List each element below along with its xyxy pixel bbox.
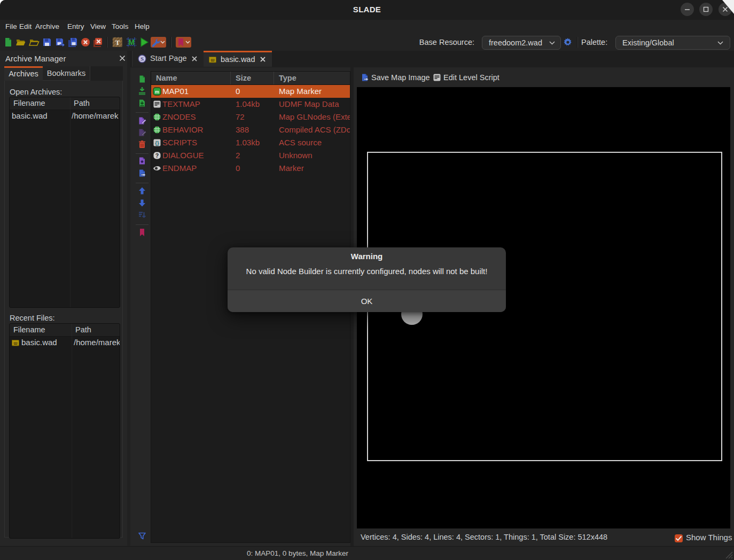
slade-window: SLADE File Edit Archive Entry View Tools… <box>0 0 734 560</box>
save-as-button[interactable] <box>54 37 65 48</box>
column-divider <box>70 97 71 307</box>
close-all-icon <box>92 37 103 48</box>
svg-text:S: S <box>140 56 144 62</box>
column-header-name[interactable]: Name <box>156 72 177 84</box>
save-archive-button[interactable] <box>42 37 52 48</box>
map-stats-bar: Vertices: 4, Sides: 4, Lines: 4, Sectors… <box>354 528 734 546</box>
palette-dropdown[interactable]: Existing/Global <box>615 36 730 50</box>
entry-type: UDMF Map Data <box>279 98 350 111</box>
new-archive-icon <box>3 37 13 48</box>
new-archive-button[interactable] <box>3 37 13 48</box>
tab-archives[interactable]: Archives <box>4 66 43 81</box>
menu-archive[interactable]: Archive <box>35 20 59 34</box>
run-archive-button[interactable] <box>139 37 150 48</box>
minimize-button[interactable] <box>681 3 694 16</box>
open-archive-row[interactable]: basic.wad /home/marek <box>10 110 120 122</box>
close-icon <box>118 53 127 63</box>
export-entry-button[interactable] <box>138 169 146 177</box>
column-divider <box>274 72 274 84</box>
move-down-button[interactable] <box>138 199 146 207</box>
toolbar: T M <box>0 34 734 51</box>
map-editor-button[interactable]: M <box>126 37 137 48</box>
menu-view[interactable]: View <box>90 20 106 34</box>
entry-type: ACS source <box>279 136 350 149</box>
entry-size: 0 <box>236 85 276 98</box>
column-header-path[interactable]: Path <box>75 324 91 336</box>
palette-label: Palette: <box>581 34 607 51</box>
svg-text:ш: ш <box>210 57 215 63</box>
import-icon <box>138 87 146 95</box>
entry-import-button[interactable] <box>138 87 146 95</box>
open-archive-icon <box>15 37 26 48</box>
open-directory-button[interactable] <box>29 37 40 48</box>
tab-close-icon[interactable] <box>260 56 266 63</box>
ok-button[interactable]: OK <box>228 290 506 312</box>
entry-name: MAP01 <box>162 85 232 98</box>
tab-basic-wad[interactable]: ш basic.wad <box>204 51 272 67</box>
filter-button[interactable] <box>138 532 146 540</box>
rename-each-button[interactable] <box>138 128 146 137</box>
show-things-checkbox[interactable] <box>675 534 683 542</box>
menu-tools[interactable]: Tools <box>112 20 129 34</box>
column-header-path[interactable]: Path <box>74 97 90 110</box>
tab-bookmarks[interactable]: Bookmarks <box>43 66 90 81</box>
wrench-dropdown-button[interactable] <box>151 37 166 48</box>
menu-edit[interactable]: Edit <box>19 20 32 34</box>
entry-row-behavior[interactable]: BEHAVIOR 388 Compiled ACS (ZDoom) <box>151 123 350 136</box>
tab-close-icon[interactable] <box>191 56 198 62</box>
bookmark-dropdown-button[interactable] <box>176 37 191 48</box>
entry-row-scripts[interactable]: {} SCRIPTS 1.03kb ACS source <box>151 136 350 149</box>
texture-editor-button[interactable]: T <box>112 37 123 48</box>
menu-file[interactable]: File <box>5 20 17 34</box>
close-all-button[interactable] <box>92 37 103 48</box>
entry-row-znodes[interactable]: ZNODES 72 Map GLNodes (Extended) <box>151 111 350 123</box>
warning-dialog: Warning No valid Node Builder is current… <box>228 247 506 312</box>
column-header-filename[interactable]: Filename <box>13 97 45 110</box>
entry-row-textmap[interactable]: TEXTMAP 1.04kb UDMF Map Data <box>151 98 350 111</box>
base-resource-settings-button[interactable] <box>563 36 573 47</box>
menu-entry[interactable]: Entry <box>67 20 84 34</box>
move-up-button[interactable] <box>138 186 146 195</box>
entry-row-map01[interactable]: m MAP01 0 Map Marker <box>151 85 350 98</box>
save-map-image-button[interactable]: Save Map Image <box>361 71 435 84</box>
save-all-button[interactable] <box>67 37 78 48</box>
gear-icon <box>563 36 573 47</box>
entry-name: DIALOGUE <box>162 149 232 162</box>
recent-file-row[interactable]: ш basic.wad /home/marek <box>10 336 120 349</box>
base-resource-dropdown[interactable]: freedoom2.wad <box>482 36 561 50</box>
resize-grip[interactable] <box>724 550 733 559</box>
window-title: SLADE <box>0 0 734 19</box>
column-header-type[interactable]: Type <box>279 72 296 84</box>
column-header-size[interactable]: Size <box>236 72 251 84</box>
entry-type: Marker <box>279 162 350 175</box>
entry-size: 2 <box>236 149 276 162</box>
svg-text:T: T <box>115 38 120 46</box>
open-archive-button[interactable] <box>15 37 26 48</box>
bookmark-entry-button[interactable] <box>138 228 146 237</box>
rename-icon <box>138 116 146 125</box>
entry-row-dialogue[interactable]: ? DIALOGUE 2 Unknown <box>151 149 350 162</box>
rename-entry-button[interactable] <box>138 116 146 125</box>
menu-help[interactable]: Help <box>135 20 150 34</box>
close-archive-button[interactable] <box>80 37 91 48</box>
entry-row-endmap[interactable]: ENDMAP 0 Marker <box>151 162 350 175</box>
run-archive-icon <box>139 37 150 48</box>
entry-size: 1.04kb <box>236 98 276 111</box>
entry-name: BEHAVIOR <box>162 123 232 136</box>
archive-manager-close-button[interactable] <box>118 53 127 63</box>
tab-start-page[interactable]: S Start Page <box>132 51 204 67</box>
menubar: File Edit Archive Entry View Tools Help <box>0 20 734 34</box>
show-things-label[interactable]: Show Things <box>686 528 732 546</box>
import-files-button[interactable] <box>138 99 146 107</box>
open-archives-table: Filename Path basic.wad /home/marek <box>9 97 120 308</box>
svg-text:ш: ш <box>13 340 18 346</box>
chevron-down-icon <box>549 41 555 45</box>
map-stats-text: Vertices: 4, Sides: 4, Lines: 4, Sectors… <box>361 528 607 546</box>
edit-level-script-button[interactable]: Edit Level Script <box>433 71 513 84</box>
delete-entry-button[interactable] <box>138 140 146 149</box>
new-entry-button[interactable] <box>138 75 146 83</box>
sort-entries-button[interactable] <box>138 211 146 219</box>
convert-entry-button[interactable] <box>138 157 146 165</box>
maximize-button[interactable] <box>699 3 713 16</box>
column-header-filename[interactable]: Filename <box>13 324 45 336</box>
